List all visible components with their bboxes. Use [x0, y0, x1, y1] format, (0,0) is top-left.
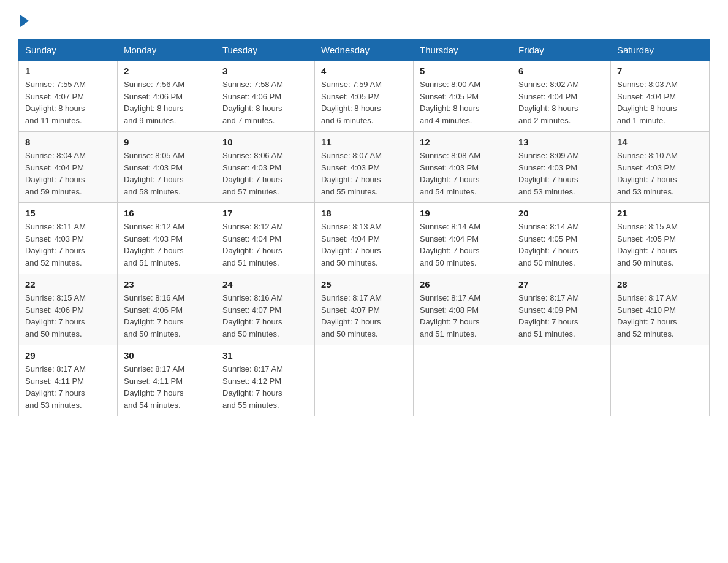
day-number: 13: [518, 137, 604, 147]
day-info: Sunrise: 8:11 AMSunset: 4:03 PMDaylight:…: [25, 222, 86, 267]
day-cell-22: 22 Sunrise: 8:15 AMSunset: 4:06 PMDaylig…: [19, 274, 118, 345]
day-cell-14: 14 Sunrise: 8:10 AMSunset: 4:03 PMDaylig…: [611, 132, 710, 203]
logo-arrow-icon: [20, 15, 29, 27]
day-number: 4: [321, 66, 407, 76]
day-cell-9: 9 Sunrise: 8:05 AMSunset: 4:03 PMDayligh…: [118, 132, 216, 203]
day-info: Sunrise: 8:06 AMSunset: 4:03 PMDaylight:…: [222, 151, 283, 196]
day-number: 27: [518, 279, 604, 289]
day-cell-5: 5 Sunrise: 8:00 AMSunset: 4:05 PMDayligh…: [414, 61, 512, 132]
header-row: SundayMondayTuesdayWednesdayThursdayFrid…: [19, 40, 710, 61]
day-number: 16: [124, 208, 210, 218]
day-cell-6: 6 Sunrise: 8:02 AMSunset: 4:04 PMDayligh…: [512, 61, 611, 132]
day-info: Sunrise: 8:17 AMSunset: 4:10 PMDaylight:…: [617, 293, 678, 339]
day-info: Sunrise: 7:59 AMSunset: 4:05 PMDaylight:…: [321, 80, 382, 125]
day-number: 10: [222, 137, 308, 147]
day-cell-21: 21 Sunrise: 8:15 AMSunset: 4:05 PMDaylig…: [611, 203, 710, 274]
col-header-monday: Monday: [118, 40, 216, 61]
day-number: 17: [222, 208, 308, 218]
week-row-2: 8 Sunrise: 8:04 AMSunset: 4:04 PMDayligh…: [19, 132, 710, 203]
day-number: 1: [25, 66, 111, 76]
day-number: 30: [124, 350, 210, 361]
day-number: 28: [617, 279, 703, 289]
day-cell-15: 15 Sunrise: 8:11 AMSunset: 4:03 PMDaylig…: [19, 203, 118, 274]
day-info: Sunrise: 8:04 AMSunset: 4:04 PMDaylight:…: [25, 151, 86, 196]
day-info: Sunrise: 8:05 AMSunset: 4:03 PMDaylight:…: [124, 151, 184, 196]
day-cell-7: 7 Sunrise: 8:03 AMSunset: 4:04 PMDayligh…: [611, 61, 710, 132]
page-header: [18, 12, 710, 27]
day-info: Sunrise: 8:14 AMSunset: 4:05 PMDaylight:…: [518, 222, 579, 267]
week-row-3: 15 Sunrise: 8:11 AMSunset: 4:03 PMDaylig…: [19, 203, 710, 274]
day-number: 19: [420, 208, 506, 218]
day-info: Sunrise: 8:12 AMSunset: 4:04 PMDaylight:…: [222, 222, 283, 267]
day-cell-3: 3 Sunrise: 7:58 AMSunset: 4:06 PMDayligh…: [216, 61, 315, 132]
calendar-table: SundayMondayTuesdayWednesdayThursdayFrid…: [18, 39, 710, 416]
day-info: Sunrise: 8:17 AMSunset: 4:07 PMDaylight:…: [321, 293, 382, 339]
day-number: 5: [420, 66, 506, 76]
day-number: 18: [321, 208, 407, 218]
col-header-friday: Friday: [512, 40, 611, 61]
day-info: Sunrise: 8:12 AMSunset: 4:03 PMDaylight:…: [124, 222, 184, 267]
empty-cell: [512, 345, 611, 416]
day-number: 6: [518, 66, 604, 76]
day-number: 23: [124, 279, 210, 289]
day-number: 2: [124, 66, 210, 76]
day-number: 7: [617, 66, 703, 76]
col-header-sunday: Sunday: [19, 40, 118, 61]
day-number: 31: [222, 350, 308, 361]
day-cell-25: 25 Sunrise: 8:17 AMSunset: 4:07 PMDaylig…: [315, 274, 414, 345]
day-number: 8: [25, 137, 111, 147]
day-cell-12: 12 Sunrise: 8:08 AMSunset: 4:03 PMDaylig…: [414, 132, 512, 203]
day-number: 29: [25, 350, 111, 361]
col-header-wednesday: Wednesday: [315, 40, 414, 61]
day-cell-26: 26 Sunrise: 8:17 AMSunset: 4:08 PMDaylig…: [414, 274, 512, 345]
day-cell-17: 17 Sunrise: 8:12 AMSunset: 4:04 PMDaylig…: [216, 203, 315, 274]
day-cell-11: 11 Sunrise: 8:07 AMSunset: 4:03 PMDaylig…: [315, 132, 414, 203]
day-info: Sunrise: 8:15 AMSunset: 4:05 PMDaylight:…: [617, 222, 678, 267]
day-cell-20: 20 Sunrise: 8:14 AMSunset: 4:05 PMDaylig…: [512, 203, 611, 274]
day-cell-29: 29 Sunrise: 8:17 AMSunset: 4:11 PMDaylig…: [19, 345, 118, 416]
day-info: Sunrise: 8:16 AMSunset: 4:07 PMDaylight:…: [222, 293, 283, 339]
week-row-5: 29 Sunrise: 8:17 AMSunset: 4:11 PMDaylig…: [19, 345, 710, 416]
day-cell-28: 28 Sunrise: 8:17 AMSunset: 4:10 PMDaylig…: [611, 274, 710, 345]
day-number: 12: [420, 137, 506, 147]
day-info: Sunrise: 8:17 AMSunset: 4:12 PMDaylight:…: [222, 364, 283, 410]
day-cell-8: 8 Sunrise: 8:04 AMSunset: 4:04 PMDayligh…: [19, 132, 118, 203]
day-cell-2: 2 Sunrise: 7:56 AMSunset: 4:06 PMDayligh…: [118, 61, 216, 132]
day-info: Sunrise: 7:55 AMSunset: 4:07 PMDaylight:…: [25, 80, 86, 125]
day-info: Sunrise: 7:58 AMSunset: 4:06 PMDaylight:…: [222, 80, 283, 125]
logo: [18, 12, 44, 27]
day-number: 20: [518, 208, 604, 218]
day-info: Sunrise: 8:14 AMSunset: 4:04 PMDaylight:…: [420, 222, 480, 267]
day-info: Sunrise: 8:03 AMSunset: 4:04 PMDaylight:…: [617, 80, 678, 125]
day-cell-4: 4 Sunrise: 7:59 AMSunset: 4:05 PMDayligh…: [315, 61, 414, 132]
day-info: Sunrise: 8:09 AMSunset: 4:03 PMDaylight:…: [518, 151, 579, 196]
day-cell-1: 1 Sunrise: 7:55 AMSunset: 4:07 PMDayligh…: [19, 61, 118, 132]
day-cell-13: 13 Sunrise: 8:09 AMSunset: 4:03 PMDaylig…: [512, 132, 611, 203]
day-number: 21: [617, 208, 703, 218]
day-cell-19: 19 Sunrise: 8:14 AMSunset: 4:04 PMDaylig…: [414, 203, 512, 274]
day-number: 11: [321, 137, 407, 147]
week-row-4: 22 Sunrise: 8:15 AMSunset: 4:06 PMDaylig…: [19, 274, 710, 345]
day-info: Sunrise: 8:02 AMSunset: 4:04 PMDaylight:…: [518, 80, 579, 125]
day-cell-10: 10 Sunrise: 8:06 AMSunset: 4:03 PMDaylig…: [216, 132, 315, 203]
day-number: 22: [25, 279, 111, 289]
empty-cell: [611, 345, 710, 416]
day-cell-30: 30 Sunrise: 8:17 AMSunset: 4:11 PMDaylig…: [118, 345, 216, 416]
day-info: Sunrise: 8:00 AMSunset: 4:05 PMDaylight:…: [420, 80, 480, 125]
day-number: 25: [321, 279, 407, 289]
day-info: Sunrise: 8:17 AMSunset: 4:11 PMDaylight:…: [124, 364, 184, 410]
day-info: Sunrise: 8:17 AMSunset: 4:11 PMDaylight:…: [25, 364, 86, 410]
day-info: Sunrise: 8:10 AMSunset: 4:03 PMDaylight:…: [617, 151, 678, 196]
day-cell-31: 31 Sunrise: 8:17 AMSunset: 4:12 PMDaylig…: [216, 345, 315, 416]
day-number: 14: [617, 137, 703, 147]
day-info: Sunrise: 8:15 AMSunset: 4:06 PMDaylight:…: [25, 293, 86, 339]
col-header-saturday: Saturday: [611, 40, 710, 61]
day-cell-24: 24 Sunrise: 8:16 AMSunset: 4:07 PMDaylig…: [216, 274, 315, 345]
day-info: Sunrise: 8:07 AMSunset: 4:03 PMDaylight:…: [321, 151, 382, 196]
day-info: Sunrise: 7:56 AMSunset: 4:06 PMDaylight:…: [124, 80, 184, 125]
day-info: Sunrise: 8:17 AMSunset: 4:09 PMDaylight:…: [518, 293, 579, 339]
day-info: Sunrise: 8:08 AMSunset: 4:03 PMDaylight:…: [420, 151, 480, 196]
week-row-1: 1 Sunrise: 7:55 AMSunset: 4:07 PMDayligh…: [19, 61, 710, 132]
day-cell-27: 27 Sunrise: 8:17 AMSunset: 4:09 PMDaylig…: [512, 274, 611, 345]
day-number: 26: [420, 279, 506, 289]
